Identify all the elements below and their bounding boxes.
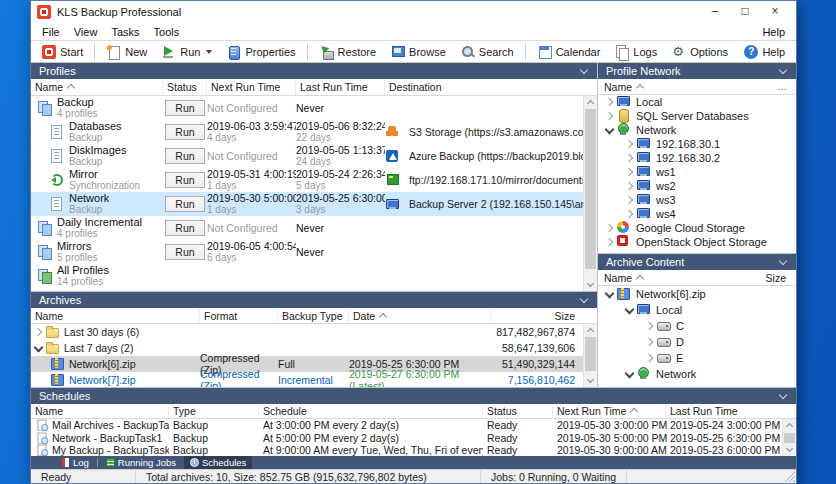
column-header-size[interactable]: Size [491,308,597,323]
profiles-scrollbar[interactable] [583,96,597,291]
tree-item-host[interactable]: ws3 [598,193,796,207]
schedule-row[interactable]: My Backup - BackupTask2 Backup At 9:00:0… [31,444,782,456]
properties-button[interactable]: Properties [219,42,302,62]
tree-item-host[interactable]: ws4 [598,207,796,221]
start-button[interactable]: Start [35,42,90,62]
menu-tasks[interactable]: Tasks [104,25,146,39]
tab-schedules[interactable]: Schedules [184,456,252,469]
overflow-button[interactable]: ... [774,81,790,92]
logs-button[interactable]: Logs [607,42,664,62]
tree-item-host[interactable]: 192.168.30.1 [598,137,796,151]
expander-icon[interactable] [602,288,616,300]
profile-row-daily-incremental[interactable]: Daily Incremental4 profiles Run Not Conf… [31,216,583,240]
expander-icon[interactable] [602,236,616,248]
expander-icon[interactable] [602,96,616,108]
column-header-name[interactable]: Name [604,272,766,284]
resize-grip[interactable] [784,471,795,482]
profile-row-mirrors[interactable]: Mirrors5 profiles Run 2019-06-05 4:00:54… [31,240,583,264]
schedule-row[interactable]: Network - BackupTask1 Backup At 5:00:00 … [31,432,782,445]
column-header-name[interactable]: Name [31,308,200,323]
expander-icon[interactable] [622,152,636,164]
menu-help[interactable]: Help [755,25,792,39]
minimize-button[interactable]: – [700,2,730,22]
column-header-status[interactable]: Status [163,79,207,95]
tree-item-host[interactable]: 192.168.30.2 [598,151,796,165]
run-button-toolbar[interactable]: Run [154,42,219,62]
column-header-name[interactable]: Name [604,81,774,93]
archive-row-last-30-days[interactable]: Last 30 days (6) 817,482,967,874 [31,324,583,340]
expander-icon[interactable] [622,138,636,150]
column-header-format[interactable]: Format [200,308,278,323]
run-profile-button[interactable]: Run [165,172,204,188]
collapse-panel-icon[interactable] [778,392,788,400]
scroll-down-icon[interactable] [785,445,794,454]
schedules-scrollbar[interactable] [782,419,796,456]
column-header-next-run[interactable]: Next Run Time [207,79,296,95]
expander-icon[interactable] [602,110,616,122]
column-header-destination[interactable]: Destination [385,79,597,95]
collapse-panel-icon[interactable] [778,258,788,266]
title-bar[interactable]: KLS Backup Professional – □ × [31,1,796,23]
tab-log[interactable]: Log [55,456,95,469]
menu-tools[interactable]: Tools [147,25,187,39]
schedule-row[interactable]: Mail Archives - BackupTask1 Backup At 3:… [31,419,782,432]
expander-icon[interactable] [622,208,636,220]
scrollbar-thumb[interactable] [585,109,596,269]
menu-view[interactable]: View [67,25,105,39]
expander-icon[interactable] [622,166,636,178]
expander-icon[interactable] [642,320,656,332]
run-profile-button[interactable]: Run [165,196,204,212]
search-button[interactable]: Search [453,42,521,62]
expander-icon[interactable] [31,342,45,354]
calendar-button[interactable]: Calendar [530,42,608,62]
profile-row-databases[interactable]: DatabasesBackup Run 2019-06-03 3:59:47 P… [31,120,583,144]
collapse-panel-icon[interactable] [579,296,589,304]
menu-file[interactable]: File [35,25,67,39]
run-profile-button[interactable]: Run [165,124,204,140]
scroll-up-icon[interactable] [586,98,595,107]
archives-scrollbar[interactable] [583,324,597,387]
tree-item-drive[interactable]: C [598,318,796,334]
expander-icon[interactable] [622,368,636,380]
scroll-down-icon[interactable] [586,376,595,385]
tree-item-drive[interactable]: D [598,334,796,350]
tree-item-openstack[interactable]: OpenStack Object Storage [598,235,796,249]
scroll-up-icon[interactable] [785,421,794,430]
maximize-button[interactable]: □ [730,2,760,22]
column-header-schedule[interactable]: Schedule [259,404,483,418]
scroll-down-icon[interactable] [586,280,595,289]
tree-item-host[interactable]: ws2 [598,179,796,193]
column-header-next-run[interactable]: Next Run Time [553,404,666,418]
run-profile-button[interactable]: Run [165,148,204,164]
options-button[interactable]: Options [664,42,735,62]
tree-item-sql-server[interactable]: SQL Server Databases [598,109,796,123]
close-button[interactable]: × [760,2,790,22]
profile-row-backup[interactable]: Backup4 profiles Run Not Configured Neve… [31,96,583,120]
new-button[interactable]: New [99,42,154,62]
run-profile-button[interactable]: Run [165,244,204,260]
tree-item-local[interactable]: Local [598,302,796,318]
scrollbar-thumb[interactable] [585,337,596,371]
tree-item-network[interactable]: Network [598,123,796,137]
expander-icon[interactable] [622,180,636,192]
run-profile-button[interactable]: Run [165,220,204,236]
column-header-backup-type[interactable]: Backup Type [278,308,349,323]
collapse-panel-icon[interactable] [579,67,589,75]
expander-icon[interactable] [642,352,656,364]
scroll-up-icon[interactable] [586,326,595,335]
expander-icon[interactable] [642,336,656,348]
tree-item-host[interactable]: ws1 [598,165,796,179]
column-header-date[interactable]: Date [349,308,491,323]
column-header-size[interactable]: Size [766,272,790,284]
profile-row-mirror[interactable]: MirrorSynchronization Run 2019-05-31 4:0… [31,168,583,192]
tree-item-network[interactable]: Network [598,366,796,382]
column-header-name[interactable]: Name [31,404,169,418]
archive-row-last-7-days[interactable]: Last 7 days (2) 58,647,139,606 [31,340,583,356]
expander-icon[interactable] [31,326,45,338]
profile-row-diskimages[interactable]: DiskImagesBackup Run Not Configured 2019… [31,144,583,168]
collapse-panel-icon[interactable] [778,67,788,75]
profile-row-network-selected[interactable]: NetworkBackup Run 2019-05-30 5:00:00 PM1… [31,192,583,216]
archive-row-network6-zip[interactable]: Network[6].zip Compressed (Zip) Full 201… [31,356,583,372]
run-dropdown-arrow-icon[interactable] [206,50,212,54]
expander-icon[interactable] [602,124,616,136]
